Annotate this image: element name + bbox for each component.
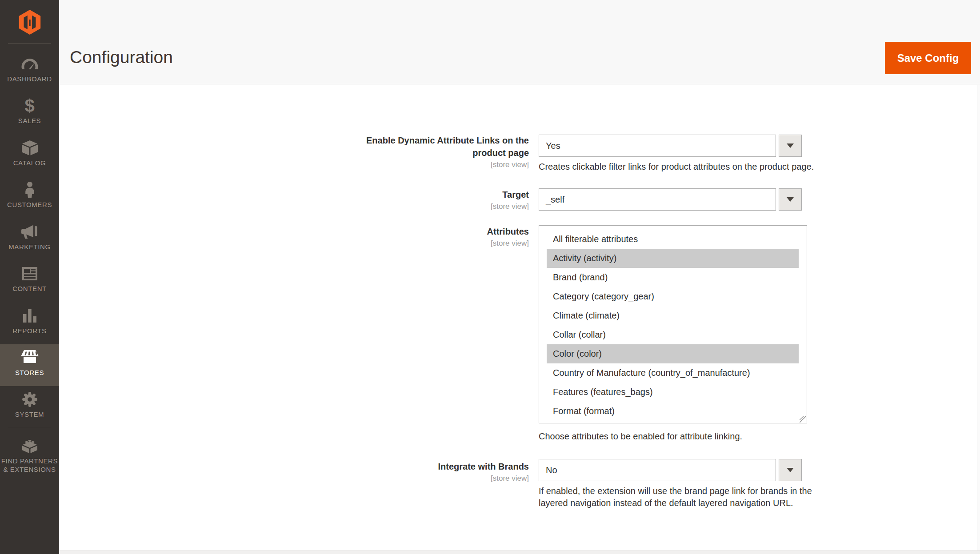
sidebar-item-customers[interactable]: CUSTOMERS	[0, 176, 59, 218]
attribute-option-label: Format (format)	[553, 406, 615, 416]
sidebar-item-reports[interactable]: REPORTS	[0, 303, 59, 344]
attribute-option-label: Climate (climate)	[553, 311, 620, 320]
attribute-option[interactable]: Features (features_bags)	[547, 383, 799, 402]
attribute-option[interactable]: Brand (brand)	[547, 268, 799, 287]
enable-links-select[interactable]: Yes	[539, 135, 802, 157]
store-view-scope: [store view]	[329, 160, 529, 170]
magento-logo[interactable]	[0, 9, 59, 35]
admin-sidebar: DASHBOARD $ SALES CATALOG	[0, 0, 59, 554]
sidebar-item-content[interactable]: CONTENT	[0, 260, 59, 302]
field-label-text: Target	[329, 188, 529, 201]
sidebar-item-label: CONTENT	[12, 284, 47, 293]
store-view-scope: [store view]	[329, 202, 529, 211]
attribute-option-label: Color (color)	[553, 349, 602, 359]
select-field: Yes	[539, 135, 776, 157]
sidebar-item-marketing[interactable]: MARKETING	[0, 219, 59, 260]
sidebar-item-label: SYSTEM	[15, 410, 44, 418]
field-note: Creates clickable filter links for produ…	[539, 161, 850, 173]
field-note: If enabled, the extension will use the b…	[539, 485, 823, 509]
chevron-down-icon	[787, 143, 794, 148]
brands-select[interactable]: No	[539, 459, 802, 481]
attribute-option[interactable]: Climate (climate)	[547, 306, 799, 325]
customers-icon	[24, 179, 36, 200]
resize-handle[interactable]	[800, 416, 806, 422]
extensions-icon	[20, 436, 39, 456]
sidebar-item-label: FIND PARTNERS & EXTENSIONS	[1, 457, 58, 474]
reports-icon	[23, 306, 36, 326]
sidebar-item-system[interactable]: SYSTEM	[0, 386, 59, 428]
field-label-attributes: Attributes [store view]	[329, 225, 529, 248]
store-view-scope: [store view]	[329, 474, 529, 483]
attribute-option[interactable]: All filterable attributes	[547, 230, 799, 249]
attribute-option-label: Brand (brand)	[553, 272, 608, 282]
attributes-multiselect[interactable]: All filterable attributes Activity (acti…	[539, 225, 807, 423]
field-label-enable-links: Enable Dynamic Attribute Links on the pr…	[329, 134, 529, 170]
select-field: No	[539, 459, 776, 481]
sidebar-item-catalog[interactable]: CATALOG	[0, 135, 59, 176]
save-config-button[interactable]: Save Config	[885, 42, 971, 74]
sidebar-divider	[8, 43, 51, 44]
field-label-text: Enable Dynamic Attribute Links on the pr…	[329, 134, 529, 159]
dropdown-arrow-button[interactable]	[779, 188, 802, 211]
chevron-down-icon	[787, 197, 794, 202]
attribute-option-label: All filterable attributes	[553, 234, 638, 244]
attribute-option[interactable]: Color (color)	[547, 344, 799, 363]
sales-icon: $	[24, 96, 34, 116]
sidebar-item-label: MARKETING	[8, 243, 51, 251]
select-value: No	[546, 459, 557, 481]
catalog-icon	[21, 138, 38, 158]
page-header: Configuration Save Config	[59, 0, 980, 84]
sidebar-item-label: SALES	[18, 116, 41, 125]
sidebar-item-label: DASHBOARD	[7, 75, 52, 83]
sidebar-divider	[8, 428, 51, 428]
dashboard-icon	[21, 54, 39, 74]
select-value: _self	[546, 189, 564, 210]
vertical-scrollbar[interactable]	[977, 85, 980, 550]
stores-icon	[20, 347, 39, 368]
dropdown-arrow-button[interactable]	[779, 135, 802, 157]
attribute-option-label: Features (features_bags)	[553, 387, 653, 397]
attribute-option[interactable]: Collar (collar)	[547, 325, 799, 344]
store-view-scope: [store view]	[329, 239, 529, 248]
sidebar-item-label: STORES	[15, 368, 44, 377]
attribute-option[interactable]: Category (category_gear)	[547, 287, 799, 306]
field-label-integrate-brands: Integrate with Brands [store view]	[329, 460, 529, 483]
attribute-option-label: Category (category_gear)	[553, 291, 654, 301]
attribute-option-label: Activity (activity)	[553, 253, 616, 263]
sidebar-item-sales[interactable]: $ SALES	[0, 92, 59, 134]
magento-logo-icon	[18, 9, 42, 35]
dropdown-arrow-button[interactable]	[779, 459, 802, 481]
field-label-text: Integrate with Brands	[329, 460, 529, 473]
select-value: Yes	[546, 135, 560, 156]
content-icon	[22, 263, 37, 284]
sidebar-item-stores[interactable]: STORES	[0, 344, 59, 386]
sidebar-item-label: CATALOG	[13, 159, 46, 167]
field-label-text: Attributes	[329, 225, 529, 238]
sidebar-item-dashboard[interactable]: DASHBOARD	[0, 51, 59, 92]
marketing-icon	[21, 222, 38, 242]
select-field: _self	[539, 188, 776, 211]
attribute-option[interactable]: Country of Manufacture (country_of_manuf…	[547, 363, 799, 383]
page-title: Configuration	[70, 45, 173, 69]
admin-configuration-page: DASHBOARD $ SALES CATALOG	[0, 0, 980, 554]
target-select[interactable]: _self	[539, 188, 802, 211]
attribute-option[interactable]: Activity (activity)	[547, 249, 799, 268]
sidebar-item-label: CUSTOMERS	[7, 200, 52, 209]
sidebar-item-label: REPORTS	[12, 327, 46, 335]
attribute-option-label: Collar (collar)	[553, 330, 606, 339]
attribute-option-label: Country of Manufacture (country_of_manuf…	[553, 368, 750, 378]
attribute-option[interactable]: Format (format)	[547, 402, 799, 421]
chevron-down-icon	[787, 468, 794, 472]
horizontal-scrollbar[interactable]	[59, 550, 980, 554]
system-icon	[22, 389, 38, 410]
field-label-target: Target [store view]	[329, 188, 529, 211]
field-note: Choose attributes to be enabled for attr…	[539, 430, 823, 442]
sidebar-item-find-partners-extensions[interactable]: FIND PARTNERS & EXTENSIONS	[0, 433, 59, 490]
